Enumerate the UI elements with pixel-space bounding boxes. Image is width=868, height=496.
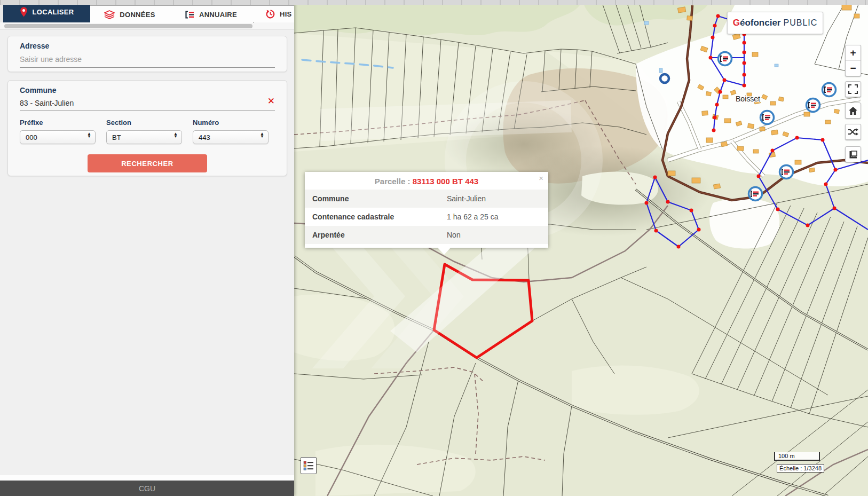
shuffle-icon	[848, 127, 858, 137]
home-button[interactable]	[845, 103, 861, 119]
section-select[interactable]: BT ▲▼	[106, 130, 182, 144]
prefixe-value: 000	[26, 133, 37, 141]
map-pin-icon	[20, 7, 28, 17]
tab-annuaire[interactable]: ANNUAIRE	[169, 5, 254, 23]
commune-card: Commune 83 - Saint-Julien ✕ Préfixe 000 …	[7, 80, 287, 176]
scale-bar: 100 m	[774, 452, 820, 461]
cgu-link[interactable]: CGU	[139, 484, 155, 493]
logo-text: éofoncier	[740, 18, 781, 28]
prefixe-label: Préfixe	[20, 119, 96, 127]
sidebar-bottom-strip	[0, 475, 294, 481]
clear-commune-icon[interactable]: ✕	[267, 97, 275, 106]
dossier-marker	[823, 83, 836, 97]
dossier-marker	[761, 111, 774, 124]
fullscreen-icon	[848, 84, 858, 94]
directory-icon	[185, 11, 194, 19]
tab-scrollbar[interactable]	[0, 22, 294, 30]
dossier-marker	[780, 166, 793, 179]
popup-row-label: Contenance cadastrale	[312, 212, 447, 221]
popup-parcel-id: 83113 000 BT 443	[413, 177, 478, 186]
popup-close-icon[interactable]: ×	[539, 174, 543, 183]
tab-historique[interactable]: HIS	[253, 5, 294, 22]
cadastral-map[interactable]: Boisset	[294, 0, 868, 496]
popup-row-value: Non	[447, 231, 461, 239]
numero-label: Numéro	[193, 119, 269, 127]
top-strip	[0, 0, 868, 5]
layers-icon	[104, 10, 115, 19]
select-arrows-icon: ▲▼	[87, 133, 91, 138]
sidebar-footer: CGU	[0, 481, 294, 496]
dossier-marker	[749, 187, 762, 201]
ring-marker	[660, 74, 669, 83]
legend-button[interactable]	[301, 457, 317, 474]
tab-label: DONNÉES	[120, 11, 155, 19]
popup-row-commune: Commune Saint-Julien	[305, 190, 548, 208]
adresse-input[interactable]	[20, 55, 255, 64]
popup-row-value: Saint-Julien	[447, 194, 486, 203]
zoom-out-button[interactable]: −	[846, 60, 861, 76]
history-icon	[266, 10, 275, 19]
select-arrows-icon: ▲▼	[173, 133, 178, 138]
select-arrows-icon: ▲▼	[260, 133, 264, 138]
tab-label: HIS	[280, 10, 292, 18]
dossier-marker	[719, 52, 732, 66]
measure-icon	[848, 150, 858, 159]
logo-public: PUBLIC	[783, 18, 817, 28]
adresse-title: Adresse	[20, 42, 287, 50]
popup-row-contenance: Contenance cadastrale 1 ha 62 a 25 ca	[305, 208, 548, 226]
geofoncier-logo: Géofoncier PUBLIC	[727, 12, 823, 34]
popup-row-arpentee: Arpentée Non	[305, 226, 548, 244]
zoom-in-button[interactable]: +	[846, 45, 861, 60]
commune-title: Commune	[20, 86, 287, 95]
zoom-control: + −	[845, 45, 861, 76]
shuffle-button[interactable]	[845, 124, 861, 140]
tab-donnees[interactable]: DONNÉES	[90, 5, 170, 23]
legend-icon	[303, 460, 314, 471]
section-label: Section	[106, 119, 182, 127]
fullscreen-button[interactable]	[845, 81, 861, 97]
section-value: BT	[112, 133, 121, 141]
dossier-marker	[807, 99, 820, 112]
prefixe-select[interactable]: 000 ▲▼	[20, 130, 96, 144]
popup-row-label: Commune	[312, 194, 447, 203]
geofoncier-app: Boisset	[0, 0, 868, 496]
popup-title: Parcelle : 83113 000 BT 443	[305, 172, 548, 190]
sidebar: LOCALISER DONNÉES ANNUAIRE HIS	[0, 0, 294, 496]
popup-row-value: 1 ha 62 a 25 ca	[447, 212, 499, 221]
numero-select[interactable]: 443 ▲▼	[193, 130, 269, 144]
measure-button[interactable]	[845, 146, 861, 162]
village-label: Boisset	[736, 95, 760, 103]
commune-value[interactable]: 83 - Saint-Julien	[20, 99, 275, 107]
popup-row-label: Arpentée	[312, 231, 447, 239]
home-icon	[848, 106, 858, 115]
numero-value: 443	[199, 133, 210, 141]
logo-g: G	[733, 18, 740, 28]
popup-title-prefix: Parcelle :	[375, 177, 413, 186]
popup-tail	[437, 247, 451, 255]
tab-label: LOCALISER	[33, 8, 74, 16]
adresse-card: Adresse	[7, 36, 287, 72]
scale-ratio: Échelle : 1/3248	[777, 464, 824, 473]
rechercher-button[interactable]: RECHERCHER	[88, 154, 207, 172]
parcel-popup: × Parcelle : 83113 000 BT 443 Commune Sa…	[305, 172, 548, 248]
tab-label: ANNUAIRE	[199, 11, 237, 19]
scrollbar-thumb[interactable]	[4, 24, 252, 28]
